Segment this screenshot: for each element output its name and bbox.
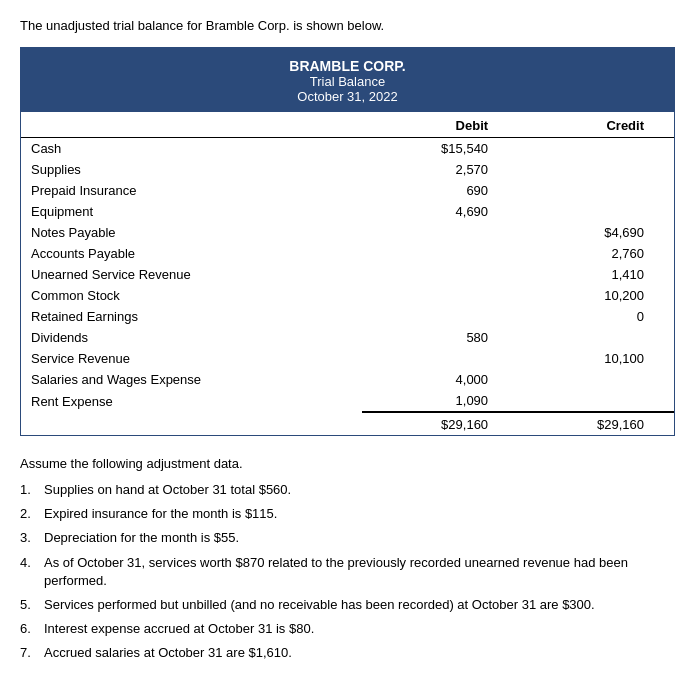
table-row-credit [518, 159, 674, 180]
table-row-debit [362, 243, 518, 264]
table-row-credit: 0 [518, 306, 674, 327]
adjustment-number: 6. [20, 620, 44, 638]
table-row-debit: 2,570 [362, 159, 518, 180]
adjustment-text: Supplies on hand at October 31 total $56… [44, 481, 675, 499]
table-header: BRAMBLE CORP. Trial Balance October 31, … [21, 48, 674, 112]
table-row-account: Notes Payable [21, 222, 362, 243]
adjustment-title: Assume the following adjustment data. [20, 456, 675, 471]
table-row-debit [362, 285, 518, 306]
table-row-account: Unearned Service Revenue [21, 264, 362, 285]
table-row-account: Supplies [21, 159, 362, 180]
table-row-debit: 690 [362, 180, 518, 201]
table-row-credit: $4,690 [518, 222, 674, 243]
list-item: 2.Expired insurance for the month is $11… [20, 505, 675, 523]
list-item: 5.Services performed but unbilled (and n… [20, 596, 675, 614]
table-title: Trial Balance [27, 74, 668, 89]
total-label [21, 412, 362, 435]
table-row-debit [362, 348, 518, 369]
list-item: 6.Interest expense accrued at October 31… [20, 620, 675, 638]
adjustment-text: As of October 31, services worth $870 re… [44, 554, 675, 590]
table-row-credit [518, 180, 674, 201]
table-row-credit [518, 201, 674, 222]
total-credit: $29,160 [518, 412, 674, 435]
table-row-account: Cash [21, 138, 362, 160]
table-date: October 31, 2022 [27, 89, 668, 104]
table-row-debit [362, 306, 518, 327]
table-row-debit: 4,000 [362, 369, 518, 390]
adjustment-number: 5. [20, 596, 44, 614]
table-row-account: Rent Expense [21, 390, 362, 412]
table-row-account: Accounts Payable [21, 243, 362, 264]
list-item: 4.As of October 31, services worth $870 … [20, 554, 675, 590]
adjustment-number: 4. [20, 554, 44, 590]
list-item: 7.Accrued salaries at October 31 are $1,… [20, 644, 675, 662]
intro-text: The unadjusted trial balance for Bramble… [20, 18, 675, 33]
table-row-credit: 10,200 [518, 285, 674, 306]
table-row-account: Prepaid Insurance [21, 180, 362, 201]
list-item: 3.Depreciation for the month is $55. [20, 529, 675, 547]
table-row-debit: 580 [362, 327, 518, 348]
list-item: 1.Supplies on hand at October 31 total $… [20, 481, 675, 499]
table-row-credit [518, 390, 674, 412]
adjustment-text: Depreciation for the month is $55. [44, 529, 675, 547]
adjustment-number: 1. [20, 481, 44, 499]
adjustment-text: Accrued salaries at October 31 are $1,61… [44, 644, 675, 662]
col-header-credit: Credit [518, 112, 674, 138]
table-row-account: Service Revenue [21, 348, 362, 369]
company-name: BRAMBLE CORP. [27, 58, 668, 74]
table-row-debit [362, 264, 518, 285]
table-row-credit [518, 369, 674, 390]
table-row-debit: $15,540 [362, 138, 518, 160]
adjustment-section: Assume the following adjustment data. 1.… [20, 456, 675, 663]
adjustment-number: 7. [20, 644, 44, 662]
table-row-account: Salaries and Wages Expense [21, 369, 362, 390]
col-header-account [21, 112, 362, 138]
adjustment-text: Interest expense accrued at October 31 i… [44, 620, 675, 638]
table-row-account: Retained Earnings [21, 306, 362, 327]
table-row-credit: 1,410 [518, 264, 674, 285]
table-row-credit: 10,100 [518, 348, 674, 369]
table-row-account: Equipment [21, 201, 362, 222]
table-row-debit [362, 222, 518, 243]
adjustment-number: 2. [20, 505, 44, 523]
table-row-credit [518, 138, 674, 160]
trial-balance-table: BRAMBLE CORP. Trial Balance October 31, … [20, 47, 675, 436]
table-row-account: Dividends [21, 327, 362, 348]
table-row-account: Common Stock [21, 285, 362, 306]
table-row-credit: 2,760 [518, 243, 674, 264]
adjustment-number: 3. [20, 529, 44, 547]
col-header-debit: Debit [362, 112, 518, 138]
adjustment-text: Services performed but unbilled (and no … [44, 596, 675, 614]
table-row-debit: 4,690 [362, 201, 518, 222]
table-row-debit: 1,090 [362, 390, 518, 412]
total-debit: $29,160 [362, 412, 518, 435]
adjustment-text: Expired insurance for the month is $115. [44, 505, 675, 523]
table-row-credit [518, 327, 674, 348]
